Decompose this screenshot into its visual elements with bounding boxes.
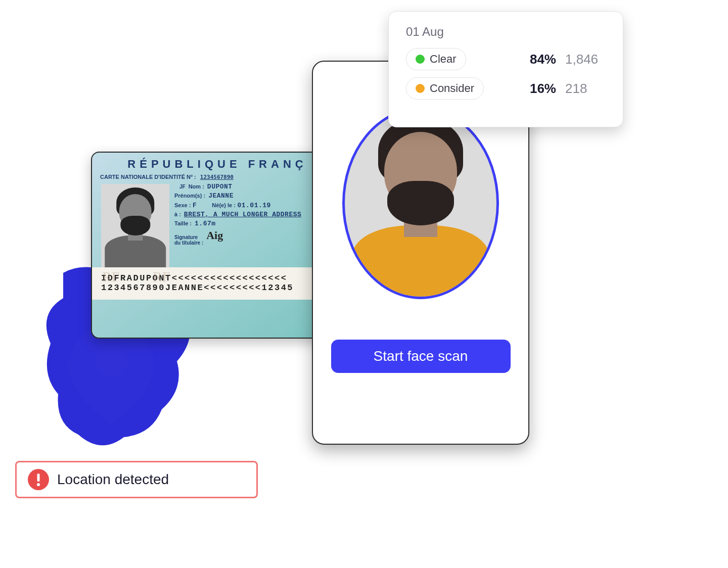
stats-card: 01 Aug Clear 84% 1,846 Consider 16% 218 [388,11,623,127]
svg-rect-2 [37,474,40,482]
ne-label: Né(e) le : [212,202,235,208]
id-card-subheader: CARTE NATIONALE D'IDENTITÉ Nº : 12345678… [92,174,343,182]
taille-label: Taille : [174,220,192,226]
clear-count: 1,846 [565,52,606,67]
stats-row-consider: Consider 16% 218 [406,77,606,100]
consider-label: Consider [430,82,474,95]
sexe-label: Sexe : [174,202,191,208]
location-detected-banner: Location detected [15,461,258,498]
ne-value: 01.01.19 [237,202,270,209]
a-label: à : [174,211,181,217]
mrz-zone: IDFRADUPONT<<<<<<<<<<<<<<<<<< 1234567890… [92,267,343,300]
face-preview [342,107,499,299]
clear-percent: 84% [530,52,556,67]
prenom-label: Prénom(s) : [174,193,205,199]
stats-date: 01 Aug [406,25,606,39]
prenom-value: JEANNE [208,192,234,200]
clear-dot-icon [416,55,425,64]
sexe-value: F [193,202,197,209]
start-face-scan-button[interactable]: Start face scan [331,340,511,373]
jf-badge: JF [179,184,186,190]
nom-value: DUPONT [207,183,233,191]
taille-value: 1.67m [195,220,216,227]
clear-label: Clear [430,53,457,66]
consider-percent: 16% [530,81,556,97]
consider-chip: Consider [406,77,484,100]
clear-chip: Clear [406,48,466,70]
signature-label: Signature du titulaire : [174,234,203,246]
id-card-header: RÉPUBLIQUE FRANÇ [92,153,343,174]
consider-dot-icon [416,84,425,93]
id-card: RÉPUBLIQUE FRANÇ CARTE NATIONALE D'IDENT… [91,152,344,339]
location-detected-text: Location detected [57,471,169,488]
consider-count: 218 [565,81,606,97]
stats-row-clear: Clear 84% 1,846 [406,48,606,70]
id-number-value: 1234567890 [200,174,234,180]
mrz-line2: 1234567890JEANNE<<<<<<<<<12345 [101,283,294,293]
signature-script: Aig [206,229,223,242]
id-photo [101,184,169,267]
location-pin-icon [68,323,154,424]
address-value: BREST, A MUCH LONGER ADDRESS [184,211,301,218]
svg-point-0 [95,345,127,377]
alert-icon [28,469,49,490]
id-number-label: CARTE NATIONALE D'IDENTITÉ Nº : [100,174,196,180]
svg-point-3 [37,483,40,486]
nom-label: Nom : [189,183,204,190]
mrz-line1: IDFRADUPONT<<<<<<<<<<<<<<<<<< [101,273,287,283]
